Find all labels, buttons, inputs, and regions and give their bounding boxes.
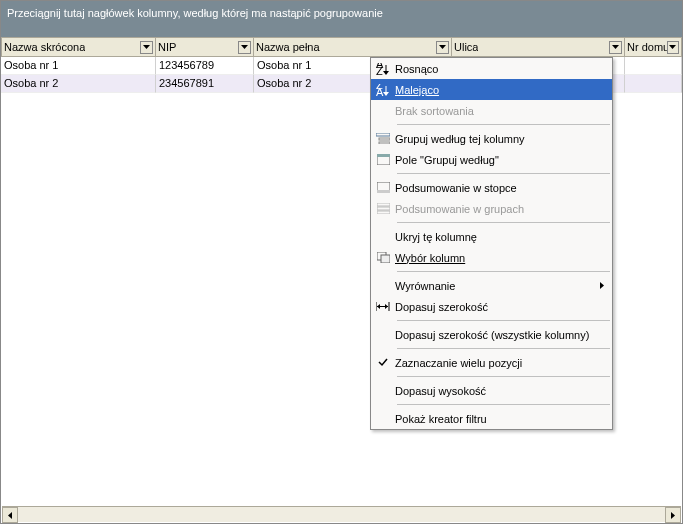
header-label: Nazwa pełna [256, 41, 320, 53]
menu-separator [397, 376, 610, 377]
best-fit-icon [371, 296, 395, 317]
blank-icon [371, 100, 395, 121]
menu-hide-column[interactable]: Ukryj tę kolumnę [371, 226, 612, 247]
svg-marker-14 [383, 92, 389, 96]
menu-separator [397, 404, 610, 405]
svg-rect-24 [377, 211, 390, 214]
filter-dropdown-icon[interactable] [238, 41, 251, 54]
menu-label: Brak sortowania [395, 105, 604, 117]
horizontal-scrollbar[interactable] [2, 506, 681, 522]
svg-marker-3 [612, 45, 619, 49]
filter-dropdown-icon[interactable] [609, 41, 622, 54]
menu-label: Pokaż kreator filtru [395, 413, 604, 425]
scroll-track[interactable] [18, 507, 665, 522]
group-summary-icon [371, 198, 395, 219]
menu-label: Ukryj tę kolumnę [395, 231, 604, 243]
svg-rect-23 [377, 207, 390, 210]
cell-house [625, 57, 682, 75]
filter-dropdown-icon[interactable] [667, 41, 679, 54]
menu-label: Podsumowanie w grupach [395, 203, 604, 215]
column-context-menu: AZ Rosnąco ZA Malejąco Brak sortowania G… [370, 57, 613, 430]
menu-sort-desc[interactable]: ZA Malejąco [371, 79, 612, 100]
menu-fit-height[interactable]: Dopasuj wysokość [371, 380, 612, 401]
cell-short: Osoba nr 2 [1, 75, 156, 93]
menu-group-by[interactable]: Grupuj według tej kolumny [371, 128, 612, 149]
svg-text:Z: Z [376, 65, 383, 75]
blank-icon [371, 324, 395, 345]
svg-marker-4 [669, 45, 676, 49]
menu-label: Grupuj według tej kolumny [395, 133, 604, 145]
menu-sort-asc[interactable]: AZ Rosnąco [371, 58, 612, 79]
menu-separator [397, 124, 610, 125]
menu-label: Podsumowanie w stopce [395, 182, 604, 194]
cell-nip: 123456789 [156, 57, 254, 75]
svg-rect-21 [377, 190, 390, 193]
menu-filter-builder[interactable]: Pokaż kreator filtru [371, 408, 612, 429]
group-icon [371, 128, 395, 149]
header-nip[interactable]: NIP [156, 37, 254, 57]
menu-label: Dopasuj szerokość [395, 301, 604, 313]
menu-separator [397, 271, 610, 272]
scroll-right-button[interactable] [665, 507, 681, 523]
header-house-no[interactable]: Nr domu [625, 37, 682, 57]
column-headers: Nazwa skrócona NIP Nazwa pełna Ulica Nr … [1, 37, 682, 57]
header-full-name[interactable]: Nazwa pełna [254, 37, 452, 57]
svg-marker-27 [600, 282, 604, 289]
check-icon [371, 352, 395, 373]
header-label: Ulica [454, 41, 478, 53]
svg-marker-0 [143, 45, 150, 49]
svg-text:A: A [376, 86, 384, 96]
svg-rect-19 [377, 154, 390, 157]
svg-rect-22 [377, 203, 390, 206]
scroll-left-button[interactable] [2, 507, 18, 523]
menu-alignment[interactable]: Wyrównanie [371, 275, 612, 296]
grid-frame: Przeciągnij tutaj nagłówek kolumny, wedł… [0, 0, 683, 524]
group-by-panel[interactable]: Przeciągnij tutaj nagłówek kolumny, wedł… [1, 1, 682, 37]
header-label: Nazwa skrócona [4, 41, 85, 53]
svg-rect-26 [381, 255, 390, 263]
header-street[interactable]: Ulica [452, 37, 625, 57]
menu-best-fit-all[interactable]: Dopasuj szerokość (wszystkie kolumny) [371, 324, 612, 345]
menu-label: Zaznaczanie wielu pozycji [395, 357, 604, 369]
svg-marker-5 [8, 512, 12, 519]
menu-label: Dopasuj wysokość [395, 385, 604, 397]
blank-icon [371, 408, 395, 429]
menu-label: Wyrównanie [395, 280, 600, 292]
svg-marker-6 [671, 512, 675, 519]
header-short-name[interactable]: Nazwa skrócona [1, 37, 156, 57]
svg-marker-1 [241, 45, 248, 49]
svg-rect-17 [379, 142, 390, 144]
filter-dropdown-icon[interactable] [140, 41, 153, 54]
header-label: Nr domu [627, 41, 667, 53]
group-by-hint: Przeciągnij tutaj nagłówek kolumny, wedł… [7, 7, 383, 19]
menu-separator [397, 320, 610, 321]
footer-icon [371, 177, 395, 198]
menu-best-fit[interactable]: Dopasuj szerokość [371, 296, 612, 317]
svg-rect-15 [376, 133, 390, 136]
menu-label: Pole "Grupuj według" [395, 154, 604, 166]
svg-marker-10 [383, 71, 389, 75]
menu-separator [397, 222, 610, 223]
blank-icon [371, 226, 395, 247]
menu-column-chooser[interactable]: Wybór kolumn [371, 247, 612, 268]
sort-desc-icon: ZA [371, 79, 395, 100]
menu-label: Malejąco [395, 84, 604, 96]
menu-group-panel[interactable]: Pole "Grupuj według" [371, 149, 612, 170]
svg-marker-31 [377, 304, 380, 309]
menu-label: Dopasuj szerokość (wszystkie kolumny) [395, 329, 604, 341]
blank-icon [371, 380, 395, 401]
menu-multi-select[interactable]: Zaznaczanie wielu pozycji [371, 352, 612, 373]
column-chooser-icon [371, 247, 395, 268]
cell-house [625, 75, 682, 93]
menu-footer-summary[interactable]: Podsumowanie w stopce [371, 177, 612, 198]
filter-dropdown-icon[interactable] [436, 41, 449, 54]
menu-group-summary: Podsumowanie w grupach [371, 198, 612, 219]
submenu-arrow-icon [600, 282, 604, 289]
sort-asc-icon: AZ [371, 58, 395, 79]
cell-short: Osoba nr 1 [1, 57, 156, 75]
cell-nip: 234567891 [156, 75, 254, 93]
svg-rect-16 [379, 138, 390, 140]
svg-marker-2 [439, 45, 446, 49]
group-panel-icon [371, 149, 395, 170]
menu-separator [397, 348, 610, 349]
